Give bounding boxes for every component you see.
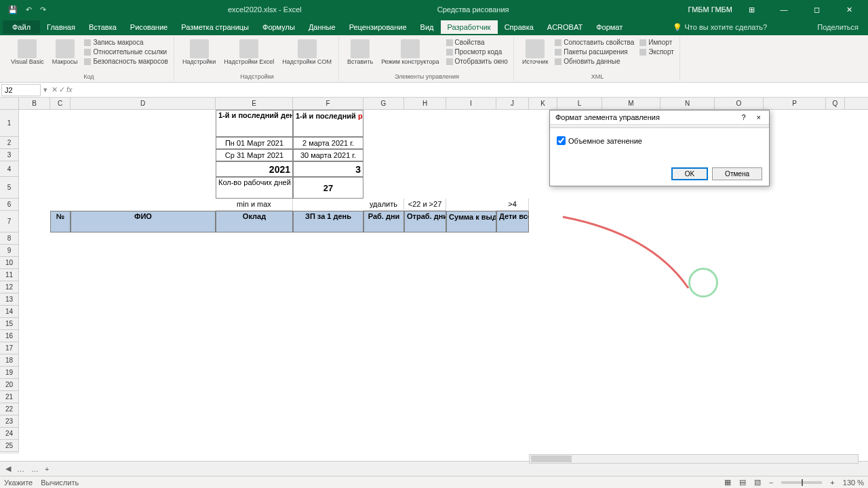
zoom-out-icon[interactable]: − [769,479,773,487]
tab-Формулы[interactable]: Формулы [256,20,302,34]
undo-icon[interactable]: ↶ [23,4,35,16]
tab-nav-prev-icon[interactable]: ◀ [3,464,14,473]
tell-me[interactable]: Что вы хотите сделать? [684,23,767,31]
col-header[interactable]: K [529,98,557,109]
tab-file[interactable]: Файл [3,20,40,34]
ribbon: Visual Basic Макросы Запись макросаОтнос… [0,35,868,83]
tab-Разработчик[interactable]: Разработчик [441,20,498,34]
status-mode: Укажите [4,479,33,487]
enter-fx-icon[interactable]: ✓ [59,85,65,94]
addins-button[interactable]: Надстройки [180,38,218,67]
document-title: excel2020.xlsx - Excel [228,5,302,14]
minimize-icon[interactable]: — [770,3,797,16]
col-header[interactable]: J [496,98,529,109]
formula-input[interactable] [75,89,868,92]
view-code[interactable]: Просмотр кода [445,47,509,56]
col-header[interactable]: D [71,98,216,109]
col-header[interactable]: G [363,98,404,109]
col-header[interactable]: Q [826,98,845,109]
tab-Главная[interactable]: Главная [40,20,82,34]
name-box[interactable] [1,84,41,96]
autosave-icon[interactable]: 💾 [5,4,20,16]
tab-Разметка страницы[interactable]: Разметка страницы [174,20,256,34]
shadow-checkbox[interactable] [557,136,566,145]
relative-refs[interactable]: Относительные ссылки [83,47,170,56]
col-header[interactable]: B [19,98,50,109]
tab-Данные[interactable]: Данные [302,20,342,34]
view-break-icon[interactable]: ▧ [754,478,761,487]
col-header[interactable]: M [602,98,660,109]
tab-Рецензирование[interactable]: Рецензирование [342,20,414,34]
titlebar: 💾 ↶ ↷ excel2020.xlsx - Excel Средства ри… [0,0,868,19]
user-name[interactable]: ГМБМ ГМБМ [688,5,732,14]
tab-ACROBAT[interactable]: ACROBAT [540,20,589,34]
cancel-button[interactable]: Отмена [712,167,762,180]
visual-basic-button[interactable]: Visual Basic [8,38,47,67]
maximize-icon[interactable]: ◻ [803,3,830,16]
ribbon-tabs: Файл ГлавнаяВставкаРисованиеРазметка стр… [0,19,868,35]
sheet-tabs: ◀ … … + [0,461,868,476]
macros-button[interactable]: Макросы [50,38,81,67]
col-header[interactable]: C [50,98,71,109]
tab-Формат[interactable]: Формат [589,20,629,34]
status-calc: Вычислить [41,479,79,487]
status-bar: Укажите Вычислить ▦ ▤ ▧ − + 130 % [0,476,868,488]
excel-addins-button[interactable]: Надстройки Excel [221,38,277,67]
zoom-in-icon[interactable]: + [830,479,834,487]
col-header[interactable]: H [404,98,446,109]
dialog-help-icon[interactable]: ? [741,113,745,121]
share-button[interactable]: Поделиться [810,20,865,34]
drawing-tools-label: Средства рисования [437,5,509,14]
col-header[interactable]: N [660,98,715,109]
dialog-title: Формат элемента управления [555,113,660,121]
col-header[interactable]: O [715,98,764,109]
new-sheet-icon[interactable]: + [42,465,52,473]
record-macro[interactable]: Запись макроса [83,38,170,47]
redo-icon[interactable]: ↷ [37,4,49,16]
tab-Вставка[interactable]: Вставка [82,20,123,34]
col-header[interactable]: F [293,98,363,109]
macro-security[interactable]: Безопасность макросов [83,57,170,66]
tab-Рисование[interactable]: Рисование [123,20,174,34]
col-header[interactable]: E [216,98,293,109]
ok-button[interactable]: OK [671,167,708,180]
col-header[interactable]: L [557,98,602,109]
col-header[interactable]: P [764,98,826,109]
tab-Справка[interactable]: Справка [498,20,540,34]
close-icon[interactable]: ✕ [835,3,863,16]
horizontal-scrollbar[interactable] [529,454,859,464]
cancel-fx-icon[interactable]: ✕ [52,85,58,94]
col-header[interactable]: I [446,98,496,109]
source-button[interactable]: Источник [519,38,551,67]
insert-control-button[interactable]: Вставить [344,38,376,67]
view-layout-icon[interactable]: ▤ [739,478,746,487]
show-window[interactable]: Отобразить окно [445,57,509,66]
view-normal-icon[interactable]: ▦ [724,478,731,487]
format-control-dialog: Формат элемента управления ?× Объемное з… [549,110,770,186]
com-addins-button[interactable]: Надстройки COM [279,38,334,67]
properties[interactable]: Свойства [445,38,509,47]
formula-bar: ▾ ✕✓fx [0,83,868,98]
ribbon-options-icon[interactable]: ⊞ [738,3,765,16]
design-mode-button[interactable]: Режим конструктора [378,38,441,67]
zoom-level[interactable]: 130 % [843,479,864,487]
tab-Вид[interactable]: Вид [414,20,441,34]
fx-icon[interactable]: fx [66,85,73,94]
dialog-close-icon[interactable]: × [754,113,764,121]
